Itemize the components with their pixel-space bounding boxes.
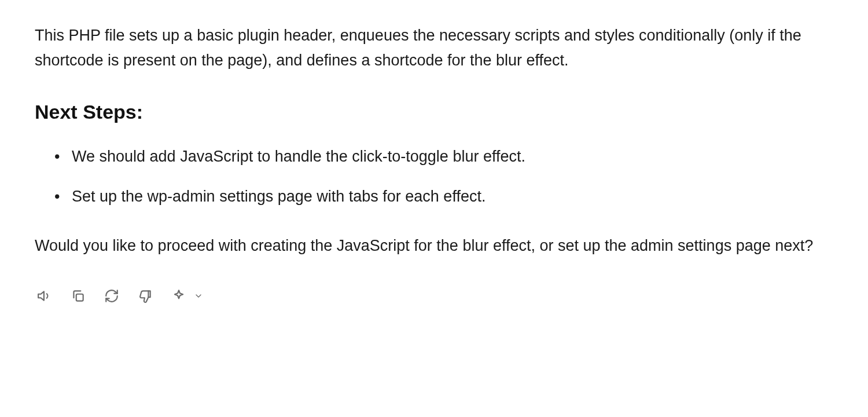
intro-paragraph: This PHP file sets up a basic plugin hea… [35,23,833,73]
message-toolbar [35,287,833,305]
thumbs-down-icon[interactable] [137,287,154,305]
sparkle-icon [170,287,187,305]
list-item: We should add JavaScript to handle the c… [39,144,833,169]
speaker-icon[interactable] [36,287,53,305]
refresh-icon[interactable] [103,287,120,305]
list-item: Set up the wp-admin settings page with t… [39,184,833,209]
next-steps-list: We should add JavaScript to handle the c… [35,144,833,209]
closing-paragraph: Would you like to proceed with creating … [35,233,833,258]
chevron-down-icon [190,287,207,305]
copy-icon[interactable] [69,287,87,305]
next-steps-heading: Next Steps: [35,96,833,127]
sparkle-menu[interactable] [170,287,207,305]
svg-rect-0 [76,294,83,301]
